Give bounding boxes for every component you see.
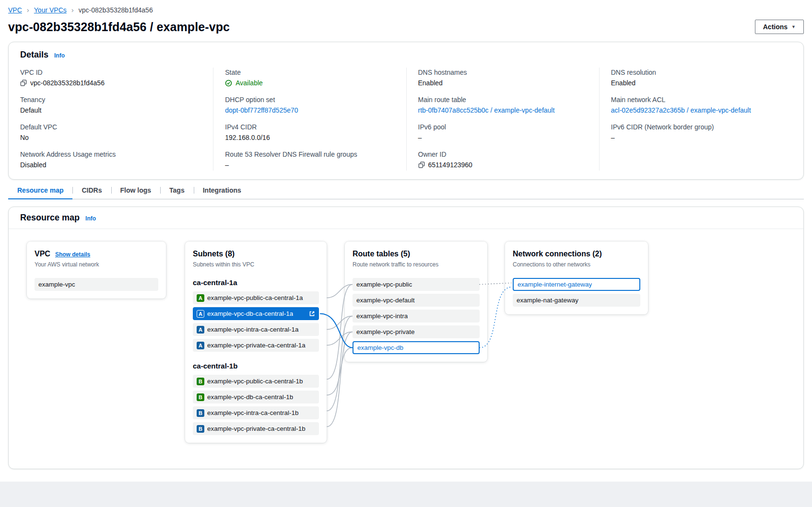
az-b-badge: B bbox=[197, 378, 204, 385]
subnet-item-private-1b[interactable]: B example-vpc-private-ca-central-1b bbox=[193, 422, 319, 435]
subnet-item-public-1a[interactable]: A example-vpc-public-ca-central-1a bbox=[193, 291, 319, 304]
field-owner-id: Owner ID 651149123960 bbox=[418, 150, 588, 170]
route-tables-column-subtitle: Route network traffic to resources bbox=[353, 261, 480, 268]
caret-down-icon: ▼ bbox=[791, 24, 796, 29]
az-b-badge: B bbox=[197, 425, 204, 433]
resource-map-canvas: VPC Show details Your AWS virtual networ… bbox=[9, 229, 803, 469]
vpc-column-title: VPC bbox=[35, 249, 50, 259]
subnet-item-db-1b[interactable]: B example-vpc-db-ca-central-1b bbox=[193, 391, 319, 403]
field-ipv6-pool: IPv6 pool – bbox=[418, 122, 588, 142]
az-b-badge: B bbox=[197, 409, 204, 417]
az-a-badge: A bbox=[197, 294, 204, 302]
tab-tags[interactable]: Tags bbox=[160, 182, 194, 199]
breadcrumb-separator-icon: › bbox=[71, 6, 74, 14]
tab-bar: Resource map CIDRs Flow logs Tags Integr… bbox=[8, 182, 804, 199]
route-table-item-default[interactable]: example-vpc-default bbox=[353, 294, 480, 307]
vpc-details-page: VPC › Your VPCs › vpc-082b35328b1fd4a56 … bbox=[0, 0, 812, 482]
vpc-show-details-link[interactable]: Show details bbox=[55, 251, 90, 258]
route-tables-column: Route tables (5) Route network traffic t… bbox=[345, 242, 487, 362]
field-dns-hostnames: DNS hostnames Enabled bbox=[418, 68, 588, 88]
details-header: Details Info bbox=[9, 42, 803, 63]
external-link-icon[interactable] bbox=[309, 311, 315, 317]
route-table-item-private[interactable]: example-vpc-private bbox=[353, 325, 480, 338]
breadcrumb-link-vpc[interactable]: VPC bbox=[8, 6, 22, 14]
subnet-item-intra-1a[interactable]: A example-vpc-intra-ca-central-1a bbox=[193, 323, 319, 336]
vpc-column: VPC Show details Your AWS virtual networ… bbox=[27, 242, 166, 299]
vpc-item[interactable]: example-vpc bbox=[35, 278, 158, 291]
breadcrumb-link-your-vpcs[interactable]: Your VPCs bbox=[34, 6, 67, 14]
details-panel: Details Info VPC ID vpc-082b35328b1fd4a5… bbox=[8, 42, 804, 180]
resource-map-header: Resource map Info bbox=[9, 207, 803, 229]
subnets-column: Subnets (8) Subnets within this VPC ca-c… bbox=[185, 242, 327, 443]
subnet-item-db-1a-selected[interactable]: A example-vpc-db-ca-central-1a bbox=[193, 307, 319, 320]
subnets-column-subtitle: Subnets within this VPC bbox=[193, 261, 319, 268]
state-value: Available bbox=[235, 78, 263, 88]
resource-map-title: Resource map bbox=[20, 213, 80, 223]
status-available-icon bbox=[225, 80, 232, 87]
subnet-item-public-1b[interactable]: B example-vpc-public-ca-central-1b bbox=[193, 375, 319, 388]
main-network-acl-link[interactable]: acl-02e5d92327a2c365b / example-vpc-defa… bbox=[611, 105, 751, 115]
az-b-badge: B bbox=[197, 393, 204, 401]
network-connections-column-subtitle: Connections to other networks bbox=[513, 261, 640, 268]
details-grid: VPC ID vpc-082b35328b1fd4a56 Tenancy Def… bbox=[9, 63, 803, 179]
details-column-4: DNS resolution Enabled Main network ACL … bbox=[599, 68, 792, 171]
route-table-item-public[interactable]: example-vpc-public bbox=[353, 278, 480, 291]
field-ipv6-cidr: IPv6 CIDR (Network border group) – bbox=[611, 122, 781, 142]
tab-cidrs[interactable]: CIDRs bbox=[72, 182, 111, 199]
tab-integrations[interactable]: Integrations bbox=[194, 182, 250, 199]
network-connections-column: Network connections (2) Connections to o… bbox=[505, 242, 648, 314]
breadcrumb: VPC › Your VPCs › vpc-082b35328b1fd4a56 bbox=[8, 0, 804, 14]
subnets-column-title: Subnets (8) bbox=[193, 249, 235, 259]
owner-id-value: 651149123960 bbox=[428, 160, 472, 170]
vpc-id-value: vpc-082b35328b1fd4a56 bbox=[30, 78, 105, 88]
dhcp-option-set-link[interactable]: dopt-0bf772ff87d525e70 bbox=[225, 105, 298, 115]
copy-icon[interactable] bbox=[20, 80, 27, 86]
copy-icon[interactable] bbox=[418, 161, 425, 168]
breadcrumb-current: vpc-082b35328b1fd4a56 bbox=[79, 6, 153, 14]
actions-button[interactable]: Actions ▼ bbox=[755, 20, 804, 34]
details-column-3: DNS hostnames Enabled Main route table r… bbox=[406, 68, 599, 171]
main-route-table-link[interactable]: rtb-0fb7407a8cc525b0c / example-vpc-defa… bbox=[418, 105, 555, 115]
field-main-network-acl: Main network ACL acl-02e5d92327a2c365b /… bbox=[611, 95, 781, 115]
field-tenancy: Tenancy Default bbox=[20, 95, 202, 115]
subnet-item-private-1a[interactable]: A example-vpc-private-ca-central-1a bbox=[193, 339, 319, 352]
network-connections-column-title: Network connections (2) bbox=[513, 249, 602, 259]
vpc-column-subtitle: Your AWS virtual network bbox=[35, 261, 158, 268]
connection-item-nat-gateway[interactable]: example-nat-gateway bbox=[513, 294, 640, 307]
route-table-item-intra[interactable]: example-vpc-intra bbox=[353, 310, 480, 323]
route-table-item-db-highlighted[interactable]: example-vpc-db bbox=[353, 341, 480, 354]
details-info-link[interactable]: Info bbox=[54, 52, 65, 59]
page-title: vpc-082b35328b1fd4a56 / example-vpc bbox=[8, 20, 230, 34]
details-title: Details bbox=[20, 50, 48, 60]
field-ipv4-cidr: IPv4 CIDR 192.168.0.0/16 bbox=[225, 122, 395, 142]
field-network-address-usage-metrics: Network Address Usage metrics Disabled bbox=[20, 150, 202, 170]
tab-flow-logs[interactable]: Flow logs bbox=[111, 182, 161, 199]
field-vpc-id: VPC ID vpc-082b35328b1fd4a56 bbox=[20, 68, 202, 88]
field-dhcp-option-set: DHCP option set dopt-0bf772ff87d525e70 bbox=[225, 95, 395, 115]
az-group-title-ca-central-1a: ca-central-1a bbox=[193, 278, 319, 288]
route-tables-column-title: Route tables (5) bbox=[353, 249, 410, 259]
field-route53-dns-firewall-rule-groups: Route 53 Resolver DNS Firewall rule grou… bbox=[225, 150, 395, 170]
field-state: State Available bbox=[225, 68, 395, 88]
field-dns-resolution: DNS resolution Enabled bbox=[611, 68, 781, 88]
actions-button-label: Actions bbox=[763, 23, 788, 31]
subnet-item-intra-1b[interactable]: B example-vpc-intra-ca-central-1b bbox=[193, 406, 319, 419]
details-column-2: State Available DHCP option set dopt-0bf… bbox=[213, 68, 406, 171]
tab-resource-map[interactable]: Resource map bbox=[8, 182, 72, 199]
field-default-vpc: Default VPC No bbox=[20, 122, 202, 142]
field-main-route-table: Main route table rtb-0fb7407a8cc525b0c /… bbox=[418, 95, 588, 115]
connection-item-internet-gateway-highlighted[interactable]: example-internet-gateway bbox=[513, 278, 640, 291]
resource-map-info-link[interactable]: Info bbox=[85, 215, 96, 222]
page-header: vpc-082b35328b1fd4a56 / example-vpc Acti… bbox=[8, 20, 804, 34]
az-a-badge: A bbox=[197, 310, 204, 318]
breadcrumb-separator-icon: › bbox=[27, 6, 29, 14]
resource-map-panel: Resource map Info bbox=[8, 207, 804, 469]
az-a-badge: A bbox=[197, 326, 204, 334]
details-column-1: VPC ID vpc-082b35328b1fd4a56 Tenancy Def… bbox=[20, 68, 213, 171]
az-group-title-ca-central-1b: ca-central-1b bbox=[193, 361, 319, 371]
az-a-badge: A bbox=[197, 342, 204, 349]
